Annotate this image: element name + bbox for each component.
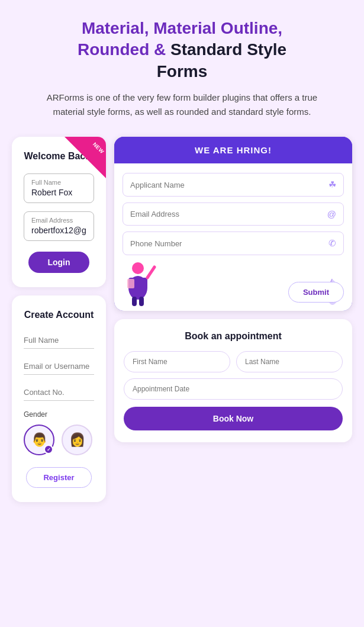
- applicant-name-input[interactable]: [130, 181, 325, 189]
- svg-point-0: [132, 262, 144, 274]
- appointment-card: Book an appointment Book Now: [114, 319, 352, 442]
- svg-line-4: [147, 267, 154, 278]
- applicant-name-field: ☘: [123, 173, 344, 197]
- name-row: [124, 351, 343, 372]
- create-account-card: Create Account Gender 👨 👩 Register: [12, 295, 106, 502]
- left-column: NEW Welcome Back! Full Name Email Addres…: [12, 137, 106, 502]
- page-title: Material, Material Outline,Rounded & Sta…: [12, 18, 352, 82]
- user-icon: ☘: [328, 179, 336, 190]
- figure-area: Submit: [123, 261, 344, 303]
- phone-field: ✆: [123, 231, 344, 255]
- book-now-button[interactable]: Book Now: [124, 407, 343, 430]
- full-name-field-group: Full Name: [24, 173, 94, 203]
- svg-rect-5: [132, 297, 137, 306]
- hiring-body: ☘ @ ✆: [114, 163, 352, 311]
- full-name-label: Full Name: [31, 179, 86, 186]
- svg-rect-7: [127, 279, 134, 288]
- at-icon: @: [327, 209, 336, 219]
- gender-female[interactable]: 👩: [62, 425, 92, 455]
- phone-input[interactable]: [130, 239, 325, 248]
- svg-rect-3: [140, 278, 147, 288]
- right-column: WE ARE HRING! ☘ @ ✆: [114, 137, 352, 502]
- create-contact-input[interactable]: [24, 384, 94, 401]
- last-name-input[interactable]: [236, 351, 343, 372]
- hiring-email-input[interactable]: [130, 210, 324, 218]
- submit-button[interactable]: Submit: [288, 282, 344, 303]
- title-black: Standard StyleForms: [157, 40, 286, 80]
- first-name-input[interactable]: [124, 351, 230, 372]
- hiring-header: WE ARE HRING!: [114, 137, 352, 163]
- create-full-name-input[interactable]: [24, 332, 94, 349]
- email-label: Email Address: [31, 217, 86, 224]
- gender-label: Gender: [24, 410, 94, 419]
- ribbon-label: NEW: [91, 142, 105, 155]
- appointment-title: Book an appointment: [124, 331, 343, 342]
- svg-rect-6: [139, 297, 144, 306]
- forms-grid: NEW Welcome Back! Full Name Email Addres…: [12, 137, 352, 502]
- page-header: Material, Material Outline,Rounded & Sta…: [12, 18, 352, 119]
- phone-icon: ✆: [328, 238, 336, 249]
- hiring-email-field: @: [123, 202, 344, 226]
- email-field-group: Email Address: [24, 211, 94, 241]
- new-ribbon: NEW: [65, 137, 106, 178]
- welcome-card: NEW Welcome Back! Full Name Email Addres…: [12, 137, 106, 287]
- gender-male[interactable]: 👨: [24, 425, 54, 455]
- hiring-title: WE ARE HRING!: [123, 145, 344, 155]
- register-button[interactable]: Register: [26, 467, 91, 488]
- female-icon: 👩: [69, 432, 85, 448]
- full-name-input[interactable]: [31, 188, 86, 197]
- login-button[interactable]: Login: [28, 252, 89, 273]
- create-account-title: Create Account: [24, 310, 94, 320]
- email-input[interactable]: [31, 226, 86, 235]
- page-description: ARForms is one of the very few form buil…: [34, 91, 330, 119]
- hiring-card: WE ARE HRING! ☘ @ ✆: [114, 137, 352, 311]
- gender-options: 👨 👩: [24, 425, 94, 455]
- person-figure: [117, 261, 159, 308]
- appointment-date-input[interactable]: [124, 378, 343, 400]
- male-check: [44, 445, 53, 454]
- create-email-input[interactable]: [24, 358, 94, 375]
